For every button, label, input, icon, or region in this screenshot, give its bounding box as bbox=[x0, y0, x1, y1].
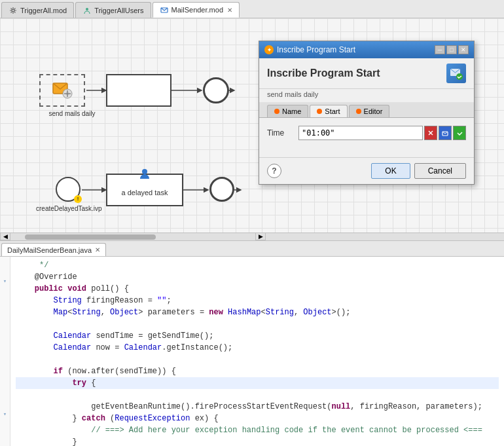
gear-icon bbox=[9, 6, 18, 15]
modal-time-input[interactable] bbox=[298, 126, 423, 140]
cancel-button[interactable]: Cancel bbox=[414, 163, 466, 179]
node-label-create-delayed: createDelayedTask.ivp bbox=[36, 205, 101, 212]
modal-time-field: Time bbox=[267, 126, 466, 140]
scroll-right-icon[interactable]: ▶ bbox=[255, 232, 266, 240]
tab-trigger-users[interactable]: TriggerAllUsers bbox=[75, 2, 151, 18]
user-task-node: a delayed task bbox=[106, 174, 183, 206]
fold-collapse-2[interactable]: ▾ bbox=[0, 407, 10, 422]
scroll-left-icon[interactable]: ◀ bbox=[0, 232, 10, 240]
modal-footer: ? OK Cancel bbox=[259, 157, 474, 184]
end-circle-bottom bbox=[209, 177, 234, 202]
modal-tabs: Name Start Editor bbox=[259, 102, 474, 118]
svg-point-11 bbox=[66, 92, 69, 95]
fold-gutter: ▾ ▾ ▾ bbox=[0, 257, 10, 446]
fold-empty-10 bbox=[0, 422, 10, 437]
tab-mail-sender[interactable]: MailSender.mod ✕ bbox=[153, 2, 240, 18]
modal-dialog: ✦ Inscribe Program Start ─ □ ✕ Inscribe … bbox=[259, 41, 475, 185]
tab-trigger-users-label: TriggerAllUsers bbox=[94, 7, 143, 14]
modal-tab-name[interactable]: Name bbox=[267, 105, 308, 117]
modal-body: Time bbox=[259, 118, 474, 157]
modal-maximize-btn[interactable]: □ bbox=[446, 45, 457, 54]
code-lines[interactable]: */ @Override public void poll() { String… bbox=[10, 257, 504, 446]
code-tab-label: DailyMailSenderBean.java bbox=[7, 246, 92, 254]
modal-tab-start-dot bbox=[317, 109, 322, 114]
modal-title-left: ✦ Inscribe Program Start bbox=[264, 45, 355, 54]
svg-point-12 bbox=[142, 169, 147, 174]
user-icon bbox=[82, 6, 92, 15]
code-content: ▾ ▾ ▾ */ @Override public void poll() { … bbox=[0, 257, 504, 446]
fold-empty-9 bbox=[0, 392, 10, 407]
modal-tab-start-label: Start bbox=[325, 107, 340, 115]
tab-bar: TriggerAll.mod TriggerAllUsers MailSende… bbox=[0, 0, 504, 18]
tab-close-icon[interactable]: ✕ bbox=[227, 7, 232, 14]
modal-footer-buttons: OK Cancel bbox=[371, 163, 466, 179]
code-tab-bar: DailyMailSenderBean.java ✕ bbox=[0, 241, 504, 257]
fold-empty-3 bbox=[0, 304, 10, 319]
modal-input-browse-btn[interactable] bbox=[439, 126, 452, 140]
modal-title-icon: ✦ bbox=[264, 45, 274, 54]
modal-tab-start[interactable]: Start bbox=[310, 105, 347, 117]
modal-header-title: Inscribe Program Start bbox=[267, 67, 380, 79]
start-dashed-node bbox=[39, 74, 85, 107]
fold-empty-8 bbox=[0, 377, 10, 392]
modal-tab-editor-label: Editor bbox=[364, 107, 383, 115]
modal-subtext: send mails daily bbox=[259, 89, 474, 102]
fold-collapse-1[interactable]: ▾ bbox=[0, 274, 10, 289]
fold-empty-11 bbox=[0, 436, 10, 446]
fold-empty-7 bbox=[0, 363, 10, 378]
ok-button[interactable]: OK bbox=[371, 163, 410, 179]
svg-point-1 bbox=[86, 8, 88, 10]
tab-mail-sender-label: MailSender.mod bbox=[171, 6, 224, 14]
fold-empty bbox=[0, 259, 10, 274]
tab-trigger-all[interactable]: TriggerAll.mod bbox=[1, 2, 74, 18]
mail-icon bbox=[160, 5, 169, 14]
tab-trigger-all-label: TriggerAll.mod bbox=[20, 7, 67, 14]
node-label-send-mails: send mails daily bbox=[39, 110, 105, 117]
fold-empty-5 bbox=[0, 333, 10, 348]
modal-tab-editor-dot bbox=[356, 109, 361, 114]
modal-tab-editor[interactable]: Editor bbox=[349, 105, 390, 117]
start-circle-bottom: ! bbox=[56, 177, 81, 202]
code-tab-close-icon[interactable]: ✕ bbox=[95, 246, 100, 253]
fold-empty-6 bbox=[0, 348, 10, 363]
modal-controls: ─ □ ✕ bbox=[435, 45, 469, 54]
modal-titlebar[interactable]: ✦ Inscribe Program Start ─ □ ✕ bbox=[259, 41, 474, 58]
process-box-top bbox=[106, 74, 171, 107]
modal-time-label: Time bbox=[267, 128, 293, 138]
modal-input-confirm-btn[interactable] bbox=[453, 126, 466, 140]
fold-empty-2 bbox=[0, 289, 10, 304]
modal-tab-name-dot bbox=[274, 109, 279, 114]
modal-header-section: Inscribe Program Start bbox=[259, 58, 474, 89]
modal-minimize-btn[interactable]: ─ bbox=[435, 45, 445, 54]
modal-input-clear-btn[interactable] bbox=[424, 126, 437, 140]
svg-point-14 bbox=[456, 73, 463, 80]
code-editor-area: DailyMailSenderBean.java ✕ ▾ ▾ ▾ bbox=[0, 241, 504, 446]
fold-empty-4 bbox=[0, 318, 10, 333]
modal-header-icon bbox=[446, 64, 466, 83]
help-button[interactable]: ? bbox=[267, 164, 281, 178]
code-tab-daily-mail[interactable]: DailyMailSenderBean.java ✕ bbox=[1, 243, 106, 256]
modal-tab-name-label: Name bbox=[282, 107, 301, 115]
modal-input-group bbox=[298, 126, 466, 140]
modal-close-btn[interactable]: ✕ bbox=[458, 45, 469, 54]
modal-title-text: Inscribe Program Start bbox=[277, 45, 355, 54]
end-circle-top bbox=[203, 77, 229, 103]
svg-point-0 bbox=[12, 9, 14, 12]
